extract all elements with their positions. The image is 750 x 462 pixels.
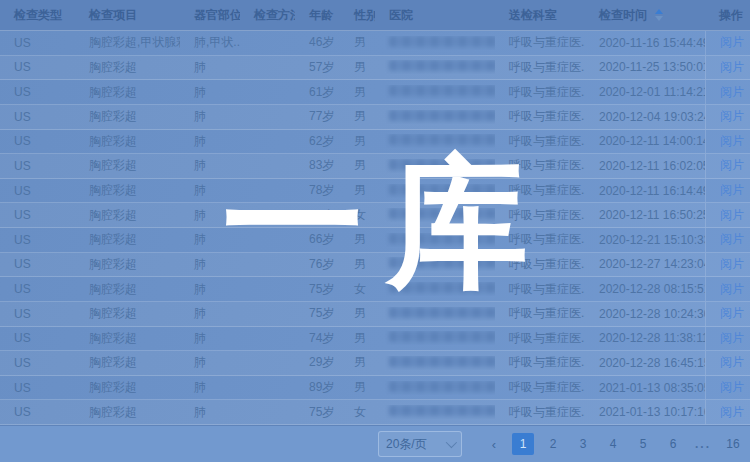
page-button[interactable]: 3 — [572, 433, 594, 455]
header-actions: 操作 — [705, 0, 750, 30]
view-images-link[interactable]: 阅片 — [720, 404, 744, 421]
page-button[interactable]: 2 — [542, 433, 564, 455]
cell-hospital — [375, 356, 495, 370]
cell-exam-time: 2020-12-28 10:24:30 — [585, 307, 705, 321]
cell-organ: 肺 — [180, 404, 240, 421]
cell-exam-time: 2020-12-11 16:02:05 — [585, 159, 705, 173]
table-row[interactable]: US 胸腔彩超,甲状腺彩超 肺,甲状... 46岁 男 呼吸与重症医... 20… — [0, 31, 750, 56]
view-images-link[interactable]: 阅片 — [720, 281, 744, 298]
view-images-link[interactable]: 阅片 — [720, 59, 744, 76]
redacted-hospital-name — [389, 331, 495, 342]
cell-exam-time: 2020-12-28 11:38:11 — [585, 331, 705, 345]
table-row[interactable]: US 胸腔彩超 肺 83岁 男 呼吸与重症医... 2020-12-11 16:… — [0, 154, 750, 179]
cell-age: 83岁 — [295, 157, 340, 174]
table-header: 检查类型 检查项目 器官部位 检查方法 年龄 性别 医院 送检科室 检查时间 操… — [0, 0, 750, 31]
cell-exam-time: 2020-11-25 13:50:01 — [585, 60, 705, 74]
header-exam-time[interactable]: 检查时间 — [585, 7, 705, 24]
page-size-select[interactable]: 20条/页 — [378, 431, 462, 457]
cell-department: 呼吸与重症医... — [495, 182, 585, 199]
cell-hospital — [375, 60, 495, 74]
view-images-link[interactable]: 阅片 — [720, 84, 744, 101]
cell-gender: 女 — [340, 207, 375, 224]
cell-actions: 阅片 — [705, 203, 750, 227]
table-row[interactable]: US 胸腔彩超 肺 75岁 男 呼吸与重症医... 2020-12-28 10:… — [0, 302, 750, 327]
view-images-link[interactable]: 阅片 — [720, 305, 744, 322]
cell-organ: 肺 — [180, 281, 240, 298]
redacted-hospital-name — [389, 381, 495, 392]
cell-exam-time: 2020-12-28 08:15:51 — [585, 282, 705, 296]
cell-department: 呼吸与重症医... — [495, 256, 585, 273]
page-button[interactable]: 16 — [722, 433, 744, 455]
sort-icon[interactable] — [655, 9, 663, 21]
table-row[interactable]: US 胸腔彩超 肺 75岁 女 呼吸与重症医... 2020-12-28 08:… — [0, 277, 750, 302]
redacted-hospital-name — [389, 159, 495, 170]
exam-table: 检查类型 检查项目 器官部位 检查方法 年龄 性别 医院 送检科室 检查时间 操… — [0, 0, 750, 425]
cell-gender: 男 — [340, 379, 375, 396]
view-images-link[interactable]: 阅片 — [720, 133, 744, 150]
cell-organ: 肺 — [180, 330, 240, 347]
table-row[interactable]: US 胸腔彩超 肺 78岁 男 呼吸与重症医... 2020-12-11 16:… — [0, 179, 750, 204]
cell-exam-item: 胸腔彩超 — [75, 84, 180, 101]
page-button[interactable]: 6 — [662, 433, 684, 455]
table-row[interactable]: US 胸腔彩超 肺 77岁 男 呼吸与重症医... 2020-12-04 19:… — [0, 105, 750, 130]
table-row[interactable]: US 胸腔彩超 肺 89岁 男 呼吸与重症医... 2021-01-13 08:… — [0, 376, 750, 401]
more-pages-icon[interactable]: ... — [692, 433, 714, 455]
view-images-link[interactable]: 阅片 — [720, 157, 744, 174]
chevron-down-icon — [446, 437, 457, 448]
view-images-link[interactable]: 阅片 — [720, 207, 744, 224]
table-row[interactable]: US 胸腔彩超 肺 62岁 男 呼吸与重症医... 2020-12-11 14:… — [0, 130, 750, 155]
view-images-link[interactable]: 阅片 — [720, 256, 744, 273]
cell-actions: 阅片 — [705, 376, 750, 400]
cell-department: 呼吸与重症医... — [495, 133, 585, 150]
sort-desc-icon[interactable] — [655, 16, 663, 21]
cell-exam-type: US — [0, 381, 75, 395]
cell-hospital — [375, 85, 495, 99]
prev-page-button[interactable]: ‹ — [484, 433, 504, 455]
table-row[interactable]: US 胸腔彩超 肺 74岁 男 呼吸与重症医... 2020-12-28 11:… — [0, 327, 750, 352]
cell-hospital — [375, 282, 495, 296]
cell-actions: 阅片 — [705, 253, 750, 277]
view-images-link[interactable]: 阅片 — [720, 108, 744, 125]
cell-gender: 女 — [340, 404, 375, 421]
view-images-link[interactable]: 阅片 — [720, 182, 744, 199]
table-row[interactable]: US 胸腔彩超 肺 29岁 男 呼吸与重症医... 2020-12-28 16:… — [0, 351, 750, 376]
view-images-link[interactable]: 阅片 — [720, 379, 744, 396]
view-images-link[interactable]: 阅片 — [720, 34, 744, 51]
cell-department: 呼吸与重症医... — [495, 157, 585, 174]
redacted-hospital-name — [389, 134, 495, 145]
cell-exam-item: 胸腔彩超 — [75, 354, 180, 371]
page-button[interactable]: 1 — [512, 433, 534, 455]
sort-asc-icon[interactable] — [655, 9, 663, 14]
cell-actions: 阅片 — [705, 80, 750, 104]
cell-age: 29岁 — [295, 354, 340, 371]
cell-gender: 男 — [340, 354, 375, 371]
cell-exam-item: 胸腔彩超 — [75, 157, 180, 174]
cell-organ: 肺 — [180, 59, 240, 76]
header-gender: 性别 — [340, 7, 375, 24]
table-row[interactable]: US 胸腔彩超 肺 57岁 男 呼吸与重症医... 2020-11-25 13:… — [0, 56, 750, 81]
cell-exam-item: 胸腔彩超 — [75, 108, 180, 125]
cell-exam-type: US — [0, 60, 75, 74]
cell-organ: 肺 — [180, 379, 240, 396]
cell-exam-time: 2020-12-21 15:10:33 — [585, 233, 705, 247]
table-row[interactable]: US 胸腔彩超 肺 76岁 女 呼吸与重症医... 2020-12-11 16:… — [0, 203, 750, 228]
cell-department: 呼吸与重症医... — [495, 281, 585, 298]
table-row[interactable]: US 胸腔彩超 肺 76岁 男 呼吸与重症医... 2020-12-27 14:… — [0, 253, 750, 278]
cell-actions: 阅片 — [705, 56, 750, 80]
cell-gender: 女 — [340, 281, 375, 298]
cell-age: 75岁 — [295, 305, 340, 322]
table-row[interactable]: US 胸腔彩超 肺 75岁 女 呼吸与重症医... 2021-01-13 10:… — [0, 400, 750, 425]
cell-exam-time: 2020-11-16 15:44:49 — [585, 36, 705, 50]
page-button[interactable]: 5 — [632, 433, 654, 455]
page-button[interactable]: 4 — [602, 433, 624, 455]
view-images-link[interactable]: 阅片 — [720, 231, 744, 248]
table-row[interactable]: US 胸腔彩超 肺 61岁 男 呼吸与重症医... 2020-12-01 11:… — [0, 80, 750, 105]
cell-organ: 肺 — [180, 182, 240, 199]
cell-department: 呼吸与重症医... — [495, 59, 585, 76]
view-images-link[interactable]: 阅片 — [720, 330, 744, 347]
cell-exam-item: 胸腔彩超,甲状腺彩超 — [75, 34, 180, 51]
table-row[interactable]: US 胸腔彩超 肺 66岁 男 呼吸与重症医... 2020-12-21 15:… — [0, 228, 750, 253]
view-images-link[interactable]: 阅片 — [720, 354, 744, 371]
cell-gender: 男 — [340, 133, 375, 150]
cell-department: 呼吸与重症医... — [495, 207, 585, 224]
